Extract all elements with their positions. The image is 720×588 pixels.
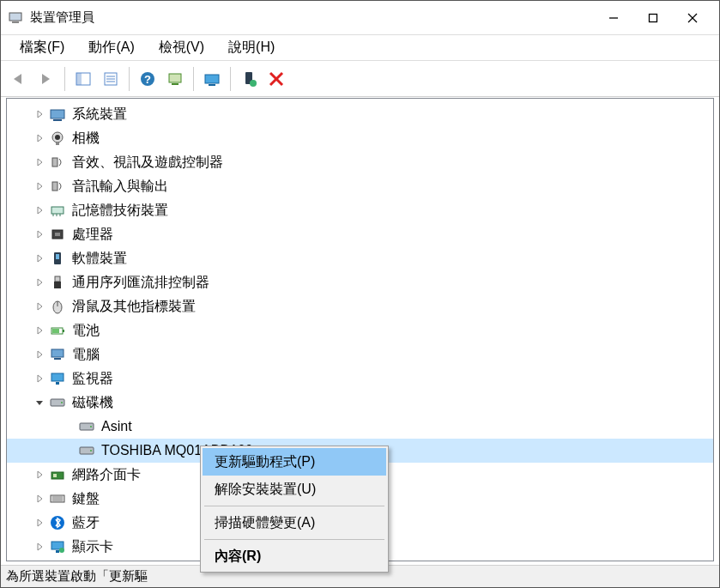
tree-node[interactable]: 滑鼠及其他指標裝置 [7, 294, 713, 318]
svg-rect-54 [53, 474, 57, 477]
menu-file[interactable]: 檔案(F) [8, 35, 76, 60]
tree-node[interactable]: 電池 [7, 318, 713, 342]
svg-rect-45 [51, 373, 64, 381]
menu-view[interactable]: 檢視(V) [147, 35, 216, 60]
svg-rect-16 [209, 84, 215, 86]
svg-rect-28 [51, 207, 64, 214]
forward-button[interactable] [33, 66, 59, 92]
tree-node[interactable]: 音效、視訊及遊戲控制器 [7, 150, 713, 174]
show-hide-tree-button[interactable] [70, 66, 96, 92]
svg-rect-36 [55, 276, 60, 282]
network-icon [48, 466, 67, 483]
chevron-right-icon[interactable] [33, 300, 46, 313]
menu-action[interactable]: 動作(A) [76, 35, 146, 60]
ctx-separator [204, 506, 384, 506]
tree-node-label: 滑鼠及其他指標裝置 [72, 298, 196, 316]
svg-rect-27 [52, 182, 57, 191]
tree-node[interactable]: 電腦 [7, 342, 713, 367]
tree-node[interactable]: 監視器 [7, 367, 713, 391]
chevron-right-icon[interactable] [33, 203, 46, 217]
tree-node-label: 顯示卡 [72, 538, 113, 556]
svg-rect-0 [9, 13, 21, 21]
svg-rect-61 [56, 550, 59, 553]
audio-icon [48, 178, 67, 195]
ctx-uninstall[interactable]: 解除安裝裝置(U) [203, 476, 386, 503]
tree-node-label: 網路介面卡 [72, 466, 141, 484]
tree-node-label: 通用序列匯流排控制器 [72, 274, 209, 292]
svg-point-48 [61, 402, 63, 403]
keyboard-icon [48, 490, 67, 507]
tree-node[interactable]: 記憶體技術裝置 [7, 198, 713, 222]
back-button[interactable] [6, 66, 32, 92]
window-title: 裝置管理員 [30, 9, 594, 26]
svg-rect-41 [63, 330, 64, 332]
status-text: 為所選裝置啟動「更新驅 [6, 568, 148, 585]
disk-icon [77, 418, 96, 435]
battery-icon [48, 322, 67, 339]
toolbar-separator [64, 67, 65, 91]
camera-icon [48, 130, 67, 147]
chevron-right-icon[interactable] [33, 252, 46, 265]
tree-node-label: 電腦 [72, 346, 100, 364]
maximize-button[interactable] [633, 1, 673, 35]
chevron-right-icon[interactable] [33, 468, 46, 482]
tree-node[interactable]: 音訊輸入與輸出 [7, 174, 713, 198]
tree-node[interactable]: 系統裝置 [7, 102, 713, 126]
chevron-right-icon[interactable] [33, 227, 46, 241]
ctx-update-driver[interactable]: 更新驅動程式(P) [203, 448, 386, 476]
svg-rect-14 [169, 74, 181, 82]
tree-node-label: 相機 [72, 130, 100, 148]
tree-node[interactable]: Asint [7, 415, 713, 439]
tree-node[interactable]: 軟體裝置 [7, 246, 713, 270]
expander-none [62, 444, 76, 458]
svg-rect-44 [54, 358, 61, 360]
tree-node-label: 音訊輸入與輸出 [72, 178, 168, 196]
svg-text:?: ? [144, 73, 151, 86]
uninstall-button[interactable] [263, 66, 289, 92]
svg-rect-22 [53, 119, 62, 121]
chevron-right-icon[interactable] [33, 155, 46, 169]
svg-point-18 [250, 80, 257, 87]
help-button[interactable]: ? [135, 66, 160, 92]
svg-rect-15 [205, 75, 219, 83]
monitor-icon [48, 370, 67, 387]
tree-node[interactable]: 通用序列匯流排控制器 [7, 270, 713, 294]
chevron-right-icon[interactable] [33, 107, 46, 121]
tree-node[interactable]: 相機 [7, 126, 713, 150]
svg-point-52 [90, 450, 92, 452]
close-button[interactable] [673, 1, 712, 35]
ctx-properties[interactable]: 內容(R) [203, 543, 386, 570]
tree-node[interactable]: 磁碟機 [7, 391, 713, 415]
chevron-right-icon[interactable] [33, 492, 46, 506]
memory-icon [48, 202, 67, 219]
svg-rect-33 [55, 233, 60, 236]
chevron-right-icon[interactable] [33, 179, 46, 193]
chevron-right-icon[interactable] [33, 276, 46, 289]
chevron-right-icon[interactable] [33, 324, 46, 337]
chevron-right-icon[interactable] [33, 348, 46, 361]
chevron-right-icon[interactable] [33, 372, 46, 385]
svg-point-62 [59, 548, 64, 553]
svg-rect-1 [12, 21, 19, 23]
tree-node-label: 監視器 [72, 370, 113, 388]
chevron-right-icon[interactable] [33, 540, 46, 554]
update-driver-button[interactable] [199, 66, 225, 92]
menu-help[interactable]: 說明(H) [216, 35, 287, 60]
tree-node-label: Asint [101, 419, 132, 434]
tree-node-label: 系統裝置 [72, 106, 127, 124]
minimize-button[interactable] [594, 1, 633, 35]
chevron-right-icon[interactable] [33, 131, 46, 145]
toolbar-separator [230, 67, 231, 91]
scan-hardware-button[interactable] [162, 66, 188, 92]
chevron-down-icon[interactable] [33, 396, 46, 409]
menu-bar: 檔案(F) 動作(A) 檢視(V) 說明(H) [1, 35, 719, 61]
tree-node[interactable]: 處理器 [7, 222, 713, 246]
expander-none [62, 420, 76, 433]
context-menu: 更新驅動程式(P) 解除安裝裝置(U) 掃描硬體變更(A) 內容(R) [200, 446, 389, 573]
tree-node-label: 電池 [72, 322, 100, 340]
enable-device-button[interactable] [236, 66, 262, 92]
ctx-scan-hw[interactable]: 掃描硬體變更(A) [203, 509, 386, 536]
tree-node-label: 鍵盤 [72, 490, 100, 508]
chevron-right-icon[interactable] [33, 516, 46, 530]
properties-button[interactable] [98, 66, 124, 92]
